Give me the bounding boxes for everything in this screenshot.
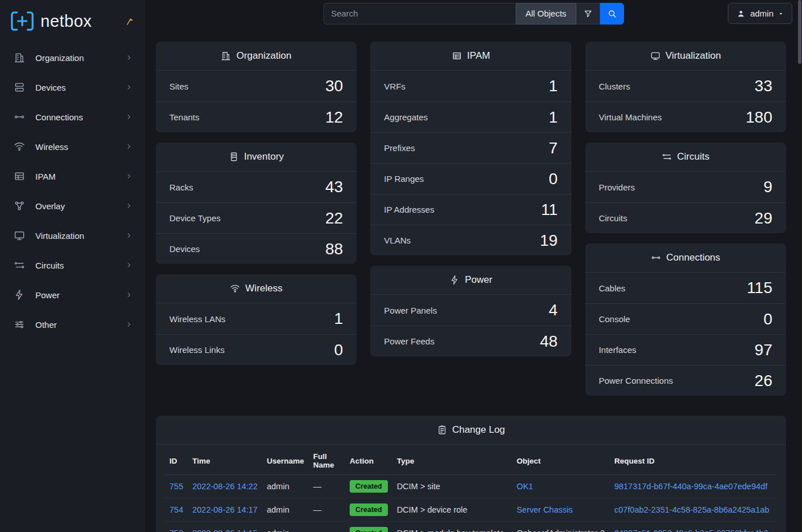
change-id-link[interactable]: 753	[169, 529, 183, 532]
cell-action: Created	[345, 475, 392, 498]
cell-request-id: 9817317d-b67f-440a-99ca-4ae07ede94df	[610, 475, 777, 498]
stat-value: 4	[549, 301, 558, 319]
change-time-link[interactable]: 2022-08-26 14:22	[192, 482, 258, 491]
stat-label: Racks	[169, 182, 193, 192]
stat-row[interactable]: Devices 88	[156, 233, 357, 264]
stat-label: Clusters	[599, 82, 630, 91]
card-title: Virtualization	[666, 50, 721, 62]
object-type-button[interactable]: All Objects	[516, 3, 576, 25]
building-icon	[14, 52, 25, 63]
lightning-icon	[14, 289, 25, 300]
stat-label: Virtual Machines	[599, 112, 662, 122]
stat-value: 1	[549, 108, 558, 127]
column-2: IPAM VRFs 1 Aggregates 1 Prefixes 7	[370, 42, 571, 356]
stat-row[interactable]: Interfaces 97	[585, 334, 786, 365]
object-link[interactable]: Server Chassis	[517, 505, 573, 514]
sidebar-item-power[interactable]: Power	[0, 280, 145, 310]
wifi-icon	[14, 141, 25, 152]
card-header: Virtualization	[585, 42, 786, 71]
sidebar-item-devices[interactable]: Devices	[0, 72, 145, 102]
search-group: All Objects	[323, 3, 624, 25]
col-header-action: Action	[345, 446, 392, 475]
sliders-icon	[14, 319, 25, 330]
object-link[interactable]: OK1	[517, 482, 533, 491]
brand[interactable]: netbox	[0, 0, 145, 39]
stat-row[interactable]: Cables 115	[585, 273, 786, 303]
user-menu-button[interactable]: admin	[728, 3, 792, 24]
stat-row[interactable]: VLANs 19	[370, 225, 571, 255]
sidebar-item-other[interactable]: Other	[0, 310, 145, 339]
scrollbar-thumb[interactable]	[798, 0, 801, 64]
stat-value: 0	[549, 170, 558, 188]
stat-row[interactable]: Clusters 33	[585, 71, 786, 101]
stat-row[interactable]: Circuits 29	[585, 202, 786, 233]
stat-row[interactable]: Power Feeds 48	[370, 326, 571, 356]
stat-value: 12	[325, 108, 343, 127]
stat-row[interactable]: Sites 30	[156, 71, 357, 101]
stat-row[interactable]: Wireless Links 0	[156, 334, 357, 365]
stat-row[interactable]: Racks 43	[156, 172, 357, 202]
stat-value: 88	[325, 240, 343, 258]
sidebar-item-connections[interactable]: Connections	[0, 102, 145, 132]
request-id-link[interactable]: c07f0ab2-2351-4c58-825a-8b6a2425a1ab	[614, 505, 769, 514]
stat-row[interactable]: Wireless LANs 1	[156, 303, 357, 334]
stat-row[interactable]: IP Addresses 11	[370, 194, 571, 225]
stat-row[interactable]: Power Panels 4	[370, 295, 571, 326]
stat-value: 1	[549, 77, 558, 95]
cell-type: DCIM > device role	[392, 498, 512, 522]
chevron-right-icon	[125, 143, 133, 151]
change-time-link[interactable]: 2022-08-26 14:17	[192, 505, 258, 514]
cell-type: DCIM > module bay template	[392, 522, 512, 532]
sidebar-item-organization[interactable]: Organization	[0, 43, 145, 72]
sidebar-item-label: Overlay	[35, 201, 125, 211]
stat-row[interactable]: Aggregates 1	[370, 101, 571, 132]
page-scrollbar[interactable]	[798, 0, 801, 532]
stat-value: 30	[325, 77, 343, 95]
request-id-link[interactable]: 9817317d-b67f-440a-99ca-4ae07ede94df	[614, 482, 767, 491]
stat-label: Interfaces	[599, 345, 637, 355]
card-circuits: Circuits Providers 9 Circuits 29	[585, 143, 786, 233]
table-row: 754 2022-08-26 14:17 admin — Created DCI…	[165, 498, 777, 522]
wifi-icon	[230, 283, 240, 294]
sidebar-item-circuits[interactable]: Circuits	[0, 250, 145, 280]
sidebar-item-virtualization[interactable]: Virtualization	[0, 221, 145, 250]
clipboard-icon	[437, 425, 447, 435]
stat-label: IP Addresses	[384, 205, 434, 214]
stat-label: Cables	[599, 283, 626, 293]
cell-time: 2022-08-26 14:15	[188, 522, 262, 532]
sidebar-item-ipam[interactable]: IPAM	[0, 161, 145, 191]
stat-label: Devices	[169, 244, 200, 254]
grid-table-icon	[14, 170, 25, 182]
stat-row[interactable]: Device Types 22	[156, 202, 357, 233]
pin-sidebar-icon[interactable]	[125, 17, 134, 26]
stat-row[interactable]: Prefixes 7	[370, 132, 571, 163]
card-title: Organization	[236, 50, 291, 62]
stat-value: 1	[334, 310, 343, 328]
request-id-link[interactable]: 24807c61-9952-49c6-b8a5-69760bfcc4b3	[614, 529, 768, 532]
sidebar-item-overlay[interactable]: Overlay	[0, 191, 145, 221]
stat-row[interactable]: Providers 9	[585, 172, 786, 202]
stat-row[interactable]: VRFs 1	[370, 71, 571, 101]
stat-row[interactable]: Console 0	[585, 303, 786, 334]
column-3: Virtualization Clusters 33 Virtual Machi…	[585, 42, 786, 396]
cell-id: 753	[165, 522, 188, 532]
transfer-icon	[14, 259, 25, 271]
chevron-right-icon	[125, 172, 133, 180]
change-time-link[interactable]: 2022-08-26 14:15	[192, 529, 258, 532]
stat-row[interactable]: Virtual Machines 180	[585, 101, 786, 132]
cell-full-name: —	[309, 475, 345, 498]
stat-row[interactable]: IP Ranges 0	[370, 163, 571, 194]
sidebar-item-label: Wireless	[35, 142, 125, 152]
stat-label: VRFs	[384, 82, 406, 91]
column-1: Organization Sites 30 Tenants 12	[156, 42, 357, 365]
search-input[interactable]	[323, 3, 516, 25]
cable-icon	[14, 111, 25, 123]
search-button[interactable]	[600, 3, 624, 25]
stat-row[interactable]: Power Connections 26	[585, 365, 786, 396]
change-id-link[interactable]: 755	[169, 482, 183, 491]
stat-row[interactable]: Tenants 12	[156, 101, 357, 132]
card-header: Organization	[156, 42, 357, 71]
change-id-link[interactable]: 754	[169, 505, 183, 514]
sidebar-item-wireless[interactable]: Wireless	[0, 132, 145, 161]
filter-button[interactable]	[576, 3, 600, 25]
